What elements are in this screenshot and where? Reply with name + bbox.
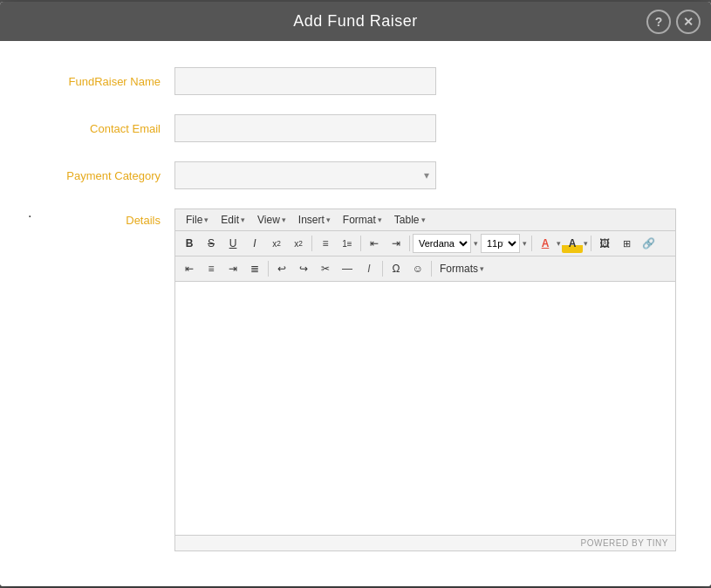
separator [311,236,312,251]
hr-button[interactable]: — [337,259,358,278]
subscript-button[interactable]: x2 [288,234,309,253]
menu-file[interactable]: File ▾ [181,212,214,228]
chevron-down-icon: ▾ [204,215,209,224]
separator [382,261,383,277]
chevron-down-icon: ▾ [523,239,527,248]
separator [360,236,361,251]
details-label: Details [35,209,174,227]
menu-insert[interactable]: Insert ▾ [293,212,336,228]
cut-button[interactable]: ✂ [315,259,336,278]
editor-menubar: File ▾ Edit ▾ View ▾ Insert ▾ [175,209,675,231]
contact-email-row: Contact Email [35,114,676,142]
payment-category-label: Payment Category [35,169,174,182]
unordered-list-button[interactable]: ≡ [315,234,336,253]
superscript-button[interactable]: x2 [266,234,287,253]
menu-format[interactable]: Format ▾ [338,212,387,228]
menu-view[interactable]: View ▾ [252,212,291,228]
align-left-button[interactable]: ⇤ [179,259,200,278]
chevron-down-icon: ▾ [584,239,588,248]
editor-toolbar-1: B S U I x2 x2 ≡ 1≡ ⇤ ⇥ Verdana ▾ [175,231,675,256]
chevron-down-icon: ▾ [557,239,561,248]
separator [531,236,532,251]
chevron-down-icon: ▾ [326,215,331,224]
redo-button[interactable]: ↪ [293,259,314,278]
font-color-button[interactable]: A [535,234,556,253]
align-center-button[interactable]: ≡ [201,259,222,278]
contact-email-label: Contact Email [35,122,174,135]
add-fundraiser-dialog: Add Fund Raiser ? ✕ FundRaiser Name Cont… [0,2,711,586]
dialog-header: Add Fund Raiser ? ✕ [0,2,711,41]
separator [268,261,269,277]
clear-formatting-button[interactable]: I [359,259,379,278]
chevron-down-icon: ▾ [378,215,382,224]
emoji-button[interactable]: ☺ [407,259,428,278]
align-right-button[interactable]: ⇥ [222,259,243,278]
align-justify-button[interactable]: ≣ [244,259,265,278]
menu-edit[interactable]: Edit ▾ [215,212,250,228]
header-actions: ? ✕ [646,10,701,34]
close-button[interactable]: ✕ [676,10,701,34]
fundraiser-name-label: FundRaiser Name [35,75,174,88]
contact-email-input[interactable] [174,114,436,142]
separator [591,236,591,251]
formats-dropdown[interactable]: Formats ▾ [434,261,489,277]
chevron-down-icon: ▾ [282,215,286,224]
payment-category-row: Payment Category ▾ [35,161,676,189]
strikethrough-button[interactable]: S [201,234,222,253]
editor-toolbar-2: ⇤ ≡ ⇥ ≣ ↩ ↪ ✂ — I Ω ☺ Formats ▾ [175,256,675,282]
insert-table-button[interactable]: ⊞ [616,234,637,253]
dialog-body: FundRaiser Name Contact Email Payment Ca… [0,41,711,586]
help-button[interactable]: ? [646,10,671,34]
separator [431,261,432,277]
underline-button[interactable]: U [222,234,243,253]
details-row: · Details File ▾ Edit ▾ View ▾ [35,209,676,551]
chevron-down-icon: ▾ [474,239,478,248]
font-size-select[interactable]: 11pt [481,234,520,253]
dialog-title: Add Fund Raiser [293,12,418,31]
menu-table[interactable]: Table ▾ [389,212,431,228]
italic-button[interactable]: I [244,234,265,253]
chevron-down-icon: ▾ [421,215,426,224]
fundraiser-name-row: FundRaiser Name [35,67,676,95]
ordered-list-button[interactable]: 1≡ [337,234,358,253]
insert-image-button[interactable]: 🖼 [594,234,615,253]
insert-link-button[interactable]: 🔗 [638,234,659,253]
rich-text-editor: File ▾ Edit ▾ View ▾ Insert ▾ [174,209,676,551]
separator [409,236,410,251]
undo-button[interactable]: ↩ [271,259,292,278]
chevron-down-icon: ▾ [480,264,484,273]
dot-indicator: · [28,209,31,224]
indent-button[interactable]: ⇥ [386,234,407,253]
highlight-color-button[interactable]: A [562,234,583,253]
editor-footer: POWERED BY TINY [175,535,675,550]
editor-content-area[interactable] [175,282,675,535]
payment-category-select[interactable] [174,161,436,189]
payment-category-wrapper: ▾ [174,161,436,189]
font-family-select[interactable]: Verdana [413,234,471,253]
chevron-down-icon: ▾ [241,215,245,224]
outdent-button[interactable]: ⇤ [364,234,385,253]
omega-button[interactable]: Ω [386,259,407,278]
fundraiser-name-input[interactable] [174,67,436,95]
bold-button[interactable]: B [179,234,200,253]
